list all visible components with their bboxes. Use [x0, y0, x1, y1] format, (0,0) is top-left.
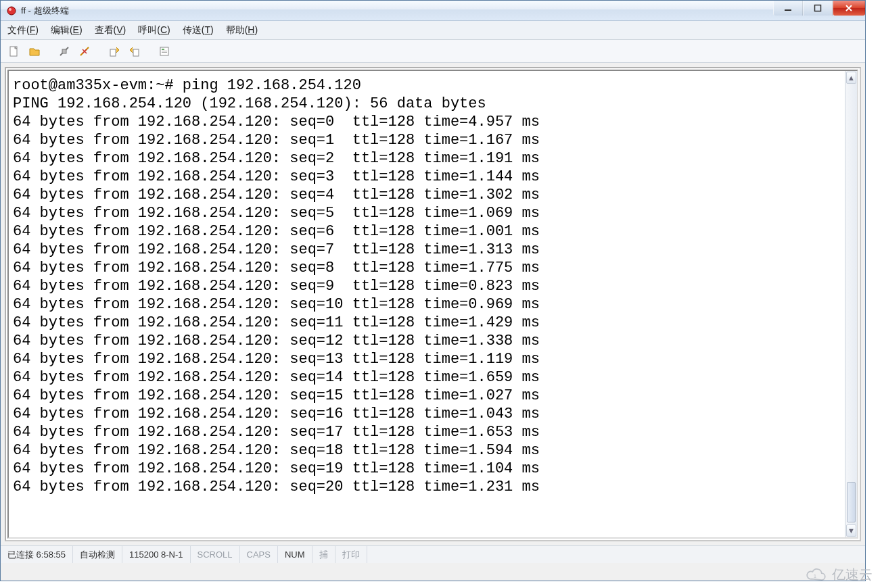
vertical-scrollbar[interactable]: ▲ ▼: [845, 71, 857, 537]
status-serial: 115200 8-N-1: [122, 546, 191, 563]
title-bar[interactable]: ff - 超级终端: [1, 1, 865, 21]
send-button[interactable]: [106, 43, 122, 59]
menu-help[interactable]: 帮助(H): [226, 24, 258, 36]
menu-call[interactable]: 呼叫(C): [138, 24, 170, 36]
status-bar: 已连接 6:58:55 自动检测 115200 8-N-1 SCROLL CAP…: [1, 545, 865, 563]
status-caps: CAPS: [240, 546, 278, 563]
menu-edit[interactable]: 编辑(E): [51, 24, 83, 36]
svg-point-1: [9, 8, 11, 11]
watermark: 1 亿速云: [805, 566, 873, 584]
scroll-thumb[interactable]: [847, 482, 856, 522]
window-controls: [773, 1, 865, 16]
svg-rect-11: [162, 52, 167, 53]
svg-rect-7: [133, 49, 139, 56]
menu-file[interactable]: 文件(F): [7, 24, 39, 36]
terminal-output[interactable]: root@am335x-evm:~# ping 192.168.254.120 …: [9, 71, 857, 537]
open-file-button[interactable]: [26, 43, 43, 59]
status-capture: 捕: [312, 546, 335, 563]
scroll-up-arrow[interactable]: ▲: [846, 72, 856, 84]
svg-rect-10: [162, 51, 167, 51]
tool-bar: [1, 40, 865, 63]
window-title: ff - 超级终端: [21, 5, 69, 17]
status-scroll: SCROLL: [191, 546, 240, 563]
menu-bar: 文件(F) 编辑(E) 查看(V) 呼叫(C) 传送(T) 帮助(H): [1, 21, 865, 40]
status-detect: 自动检测: [73, 546, 122, 563]
app-icon: [6, 5, 17, 16]
terminal-frame: root@am335x-evm:~# ping 192.168.254.120 …: [5, 67, 861, 541]
menu-transfer[interactable]: 传送(T): [183, 24, 214, 36]
cloud-icon: 1: [805, 568, 828, 583]
svg-rect-9: [162, 49, 164, 50]
svg-text:1: 1: [814, 572, 816, 579]
svg-rect-3: [815, 5, 821, 11]
svg-rect-5: [62, 49, 66, 53]
menu-view[interactable]: 查看(V): [95, 24, 126, 36]
svg-rect-6: [110, 49, 116, 56]
disconnect-button[interactable]: [76, 43, 93, 59]
new-file-button[interactable]: [6, 43, 22, 59]
scroll-down-arrow[interactable]: ▼: [846, 524, 856, 537]
connect-button[interactable]: [56, 43, 72, 59]
minimize-button[interactable]: [773, 1, 803, 16]
svg-point-0: [7, 7, 16, 15]
app-window: ff - 超级终端 文件(F) 编辑(E) 查看(V) 呼叫(C) 传送(T) …: [0, 0, 866, 581]
receive-button[interactable]: [126, 43, 143, 59]
svg-rect-2: [785, 9, 791, 11]
properties-button[interactable]: [156, 43, 172, 59]
status-num: NUM: [278, 546, 312, 563]
scroll-track[interactable]: [845, 84, 857, 524]
close-button[interactable]: [833, 1, 865, 16]
status-connection: 已连接 6:58:55: [1, 546, 73, 563]
status-print: 打印: [335, 546, 367, 563]
watermark-text: 亿速云: [832, 566, 873, 584]
maximize-button[interactable]: [803, 1, 833, 16]
